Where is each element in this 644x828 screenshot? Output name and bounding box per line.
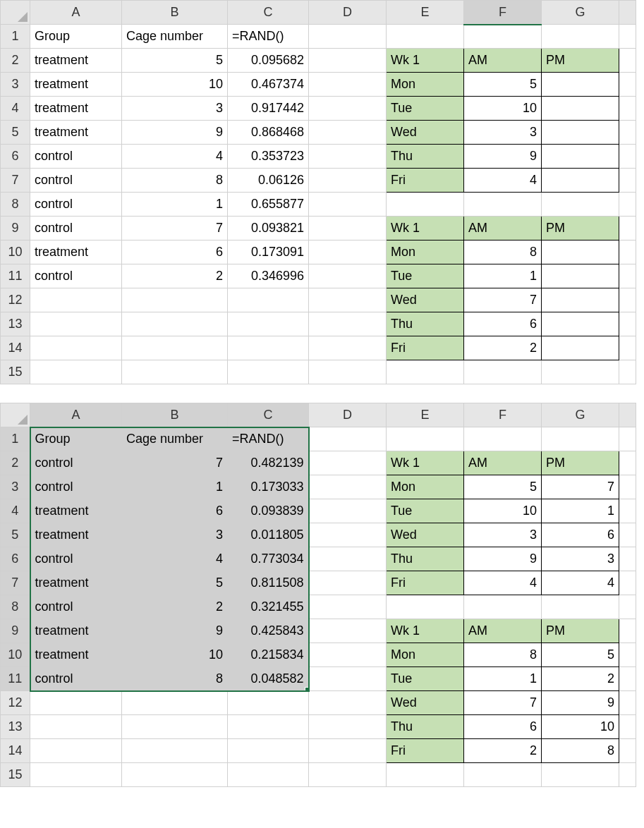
cell[interactable]: Wed	[387, 121, 464, 145]
cell[interactable]: 0.346996	[228, 264, 309, 288]
cell[interactable]: 0.917442	[228, 97, 309, 121]
cell[interactable]: 0.321455	[228, 595, 309, 619]
row-header[interactable]: 6	[1, 145, 30, 169]
cell[interactable]	[387, 360, 464, 384]
row-header[interactable]: 7	[1, 169, 30, 193]
cell[interactable]	[619, 499, 636, 523]
cell[interactable]: 0.353723	[228, 145, 309, 169]
cell[interactable]: 7	[122, 451, 228, 475]
cell[interactable]	[30, 336, 122, 360]
row-header[interactable]: 12	[1, 691, 30, 715]
cell[interactable]: control	[30, 475, 122, 499]
row-header[interactable]: 15	[1, 360, 30, 384]
row-header[interactable]: 13	[1, 715, 30, 739]
cell[interactable]	[619, 523, 636, 547]
cell[interactable]: =RAND()	[228, 427, 309, 451]
cell[interactable]	[464, 763, 542, 787]
cell[interactable]	[619, 643, 636, 667]
cell[interactable]: treatment	[30, 97, 122, 121]
row-header[interactable]: 12	[1, 288, 30, 312]
cell[interactable]	[542, 264, 619, 288]
cell[interactable]: Wk 1	[387, 451, 464, 475]
cell[interactable]: 6	[542, 523, 619, 547]
cell[interactable]	[309, 241, 387, 264]
cell[interactable]	[619, 360, 636, 384]
cell[interactable]	[309, 715, 387, 739]
cell[interactable]: Fri	[387, 169, 464, 193]
cell[interactable]: 3	[464, 121, 542, 145]
cell[interactable]	[309, 451, 387, 475]
cell[interactable]	[122, 312, 228, 336]
cell[interactable]	[228, 288, 309, 312]
cell[interactable]: 0.093839	[228, 499, 309, 523]
cell[interactable]	[542, 145, 619, 169]
row-header[interactable]: 11	[1, 264, 30, 288]
cell[interactable]: control	[30, 217, 122, 241]
cell[interactable]: =RAND()	[228, 25, 309, 49]
cell[interactable]	[309, 121, 387, 145]
cell[interactable]	[30, 715, 122, 739]
cell[interactable]: treatment	[30, 499, 122, 523]
cell[interactable]	[542, 97, 619, 121]
row-header[interactable]: 5	[1, 523, 30, 547]
cell[interactable]	[30, 691, 122, 715]
cell[interactable]	[30, 312, 122, 336]
cell[interactable]	[619, 739, 636, 763]
row-header[interactable]: 1	[1, 25, 30, 49]
cell[interactable]: PM	[542, 451, 619, 475]
cell[interactable]	[309, 619, 387, 643]
row-header[interactable]: 6	[1, 547, 30, 571]
cell[interactable]: 3	[122, 523, 228, 547]
cell[interactable]: 1	[464, 264, 542, 288]
cell[interactable]: 7	[464, 691, 542, 715]
cell[interactable]: 4	[464, 169, 542, 193]
cell[interactable]: 0.095682	[228, 49, 309, 73]
cell[interactable]	[542, 288, 619, 312]
cell[interactable]: 1	[464, 667, 542, 691]
cell[interactable]	[619, 145, 636, 169]
col-header-B[interactable]: B	[122, 1, 228, 25]
col-header-tail[interactable]	[619, 1, 636, 25]
row-header[interactable]: 2	[1, 49, 30, 73]
cell[interactable]	[619, 571, 636, 595]
row-header[interactable]: 8	[1, 193, 30, 217]
row-header[interactable]: 10	[1, 643, 30, 667]
cell[interactable]: 9	[464, 145, 542, 169]
cell[interactable]: Wk 1	[387, 619, 464, 643]
cell[interactable]: 9	[464, 547, 542, 571]
cell[interactable]: 0.482139	[228, 451, 309, 475]
cell[interactable]: 0.011805	[228, 523, 309, 547]
cell[interactable]: 0.06126	[228, 169, 309, 193]
cell[interactable]	[309, 523, 387, 547]
cell[interactable]	[619, 73, 636, 97]
cell[interactable]	[464, 595, 542, 619]
cell[interactable]	[464, 360, 542, 384]
cell[interactable]: control	[30, 193, 122, 217]
cell[interactable]: 0.173033	[228, 475, 309, 499]
row-header[interactable]: 11	[1, 667, 30, 691]
cell[interactable]: PM	[542, 217, 619, 241]
cell[interactable]	[464, 193, 542, 217]
cell[interactable]	[542, 241, 619, 264]
cell[interactable]: 7	[122, 217, 228, 241]
cell[interactable]	[30, 288, 122, 312]
cell[interactable]	[309, 193, 387, 217]
cell[interactable]: Thu	[387, 547, 464, 571]
cell[interactable]	[309, 427, 387, 451]
cell[interactable]: 8	[122, 667, 228, 691]
cell[interactable]	[309, 691, 387, 715]
cell[interactable]: treatment	[30, 241, 122, 264]
cell[interactable]: Tue	[387, 97, 464, 121]
cell[interactable]: 8	[122, 169, 228, 193]
col-header-C[interactable]: C	[228, 1, 309, 25]
cell[interactable]: 10	[464, 97, 542, 121]
cell[interactable]: control	[30, 145, 122, 169]
cell[interactable]: Thu	[387, 715, 464, 739]
cell[interactable]: 0.215834	[228, 643, 309, 667]
cell[interactable]: 5	[122, 49, 228, 73]
row-header[interactable]: 3	[1, 73, 30, 97]
grid-bottom[interactable]: A B C D E F G 1 Group Cage number =RAND(…	[0, 403, 636, 787]
cell[interactable]: Wed	[387, 691, 464, 715]
row-header[interactable]: 8	[1, 595, 30, 619]
cell[interactable]	[228, 360, 309, 384]
